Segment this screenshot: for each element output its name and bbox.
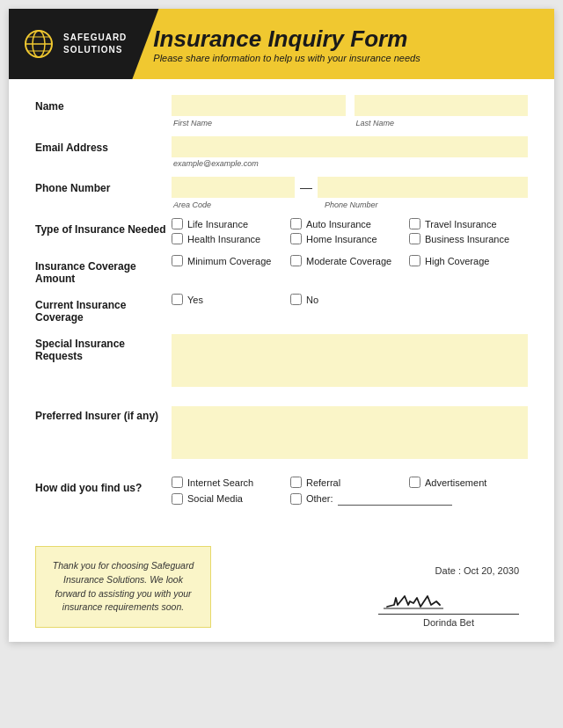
- header-title-area: Insurance Inquiry Form Please share info…: [132, 9, 554, 79]
- last-name-hint: Last Name: [355, 119, 529, 127]
- logo-text: SAFEGUARD SOLUTIONS: [63, 32, 127, 56]
- find-other-checkbox[interactable]: [290, 493, 302, 505]
- phone-controls: — Area Code Phone Number: [172, 177, 528, 209]
- coverage-minimum-label: Minimum Coverage: [187, 256, 271, 266]
- email-input[interactable]: [172, 136, 528, 157]
- special-requests-row: Special Insurance Requests: [35, 332, 528, 390]
- find-referral-label: Referral: [306, 477, 340, 488]
- current-coverage-label: Current Insurance Coverage: [35, 294, 172, 324]
- last-name-input[interactable]: [355, 95, 529, 116]
- current-coverage-yes[interactable]: Yes: [172, 294, 290, 305]
- find-advertisement[interactable]: Advertisement: [409, 477, 528, 488]
- find-social-checkbox[interactable]: [172, 493, 183, 505]
- coverage-amount-controls: Minimum Coverage Moderate Coverage High …: [172, 255, 528, 268]
- email-hint: example@example.com: [172, 159, 528, 168]
- insurance-health[interactable]: Health Insurance: [172, 233, 290, 244]
- special-requests-label: Special Insurance Requests: [35, 332, 172, 362]
- email-label: Email Address: [35, 136, 172, 154]
- signature-svg: [378, 580, 519, 612]
- insurance-travel-label: Travel Insurance: [425, 219, 497, 229]
- current-coverage-no-checkbox[interactable]: [290, 294, 302, 305]
- phone-label: Phone Number: [35, 177, 172, 194]
- special-requests-textarea[interactable]: [172, 334, 528, 387]
- find-referral[interactable]: Referral: [290, 477, 409, 488]
- footer-date: Date : Oct 20, 2030: [435, 565, 519, 576]
- coverage-moderate-checkbox[interactable]: [290, 255, 302, 266]
- find-other[interactable]: Other:: [290, 491, 528, 506]
- phone-dash: —: [300, 180, 312, 194]
- email-row: Email Address example@example.com: [35, 136, 528, 168]
- find-social-label: Social Media: [187, 493, 243, 504]
- find-advertisement-label: Advertisement: [425, 477, 486, 488]
- footer-signer: Dorinda Bet: [378, 617, 519, 628]
- insurance-travel[interactable]: Travel Insurance: [409, 218, 528, 229]
- find-other-input[interactable]: [338, 491, 452, 506]
- insurance-life[interactable]: Life Insurance: [172, 218, 290, 229]
- coverage-high-label: High Coverage: [425, 256, 489, 266]
- insurance-auto-label: Auto Insurance: [306, 219, 371, 229]
- email-controls: example@example.com: [172, 136, 528, 168]
- preferred-insurer-row: Preferred Insurer (if any): [35, 404, 528, 462]
- coverage-amount-row: Insurance Coverage Amount Minimum Covera…: [35, 255, 528, 285]
- insurance-life-checkbox[interactable]: [172, 218, 183, 229]
- area-code-hint: Area Code: [172, 200, 295, 209]
- coverage-amount-label: Insurance Coverage Amount: [35, 255, 172, 285]
- how-find-label: How did you find us?: [35, 477, 172, 494]
- phone-number-input[interactable]: [318, 177, 528, 198]
- insurance-type-label: Type of Insurance Needed: [35, 218, 172, 236]
- footer-note: Thank you for choosing Safeguard Insuran…: [35, 546, 211, 628]
- how-find-controls: Internet Search Referral Advertisement S…: [172, 477, 528, 507]
- insurance-life-label: Life Insurance: [187, 219, 248, 229]
- find-referral-checkbox[interactable]: [290, 477, 302, 488]
- name-label: Name: [35, 95, 172, 113]
- insurance-home[interactable]: Home Insurance: [290, 233, 409, 244]
- insurance-business-label: Business Insurance: [425, 234, 509, 244]
- insurance-auto-checkbox[interactable]: [290, 218, 302, 229]
- insurance-travel-checkbox[interactable]: [409, 218, 420, 229]
- name-row: Name First Name Last Name: [35, 95, 528, 127]
- coverage-high-checkbox[interactable]: [409, 255, 420, 266]
- find-internet[interactable]: Internet Search: [172, 477, 290, 488]
- phone-row: Phone Number — Area Code Phone Number: [35, 177, 528, 209]
- signature-area: Date : Oct 20, 2030 Dorinda Bet: [229, 565, 528, 628]
- globe-icon: [23, 28, 55, 60]
- current-coverage-controls: Yes No: [172, 294, 528, 307]
- current-coverage-no-label: No: [306, 295, 318, 305]
- find-social[interactable]: Social Media: [172, 491, 290, 506]
- form-body: Name First Name Last Name Email Address …: [9, 79, 554, 534]
- area-code-input[interactable]: [172, 177, 295, 198]
- insurance-business-checkbox[interactable]: [409, 233, 420, 244]
- form-subtitle: Please share information to help us with…: [153, 53, 533, 63]
- current-coverage-yes-label: Yes: [187, 295, 203, 305]
- find-internet-checkbox[interactable]: [172, 477, 183, 488]
- preferred-insurer-textarea[interactable]: [172, 406, 528, 459]
- preferred-insurer-label: Preferred Insurer (if any): [35, 404, 172, 422]
- find-other-label: Other:: [306, 493, 333, 504]
- find-internet-label: Internet Search: [187, 477, 253, 488]
- insurance-type-row: Type of Insurance Needed Life Insurance …: [35, 218, 528, 246]
- insurance-type-controls: Life Insurance Auto Insurance Travel Ins…: [172, 218, 528, 246]
- insurance-home-label: Home Insurance: [306, 234, 377, 244]
- name-controls: First Name Last Name: [172, 95, 528, 127]
- coverage-moderate[interactable]: Moderate Coverage: [290, 255, 409, 266]
- coverage-minimum-checkbox[interactable]: [172, 255, 183, 266]
- insurance-business[interactable]: Business Insurance: [409, 233, 528, 244]
- insurance-auto[interactable]: Auto Insurance: [290, 218, 409, 229]
- find-advertisement-checkbox[interactable]: [409, 477, 420, 488]
- footer: Thank you for choosing Safeguard Insuran…: [9, 534, 554, 642]
- phone-number-hint: Phone Number: [323, 200, 528, 209]
- first-name-hint: First Name: [172, 119, 346, 127]
- page: SAFEGUARD SOLUTIONS Insurance Inquiry Fo…: [9, 9, 554, 642]
- signature-line: [378, 581, 519, 615]
- preferred-insurer-controls: [172, 404, 528, 462]
- coverage-high[interactable]: High Coverage: [409, 255, 528, 266]
- logo-area: SAFEGUARD SOLUTIONS: [9, 28, 141, 60]
- current-coverage-no[interactable]: No: [290, 294, 409, 305]
- how-find-row: How did you find us? Internet Search Ref…: [35, 477, 528, 507]
- insurance-health-checkbox[interactable]: [172, 233, 183, 244]
- special-requests-controls: [172, 332, 528, 390]
- first-name-input[interactable]: [172, 95, 346, 116]
- coverage-minimum[interactable]: Minimum Coverage: [172, 255, 290, 266]
- current-coverage-yes-checkbox[interactable]: [172, 294, 183, 305]
- insurance-home-checkbox[interactable]: [290, 233, 302, 244]
